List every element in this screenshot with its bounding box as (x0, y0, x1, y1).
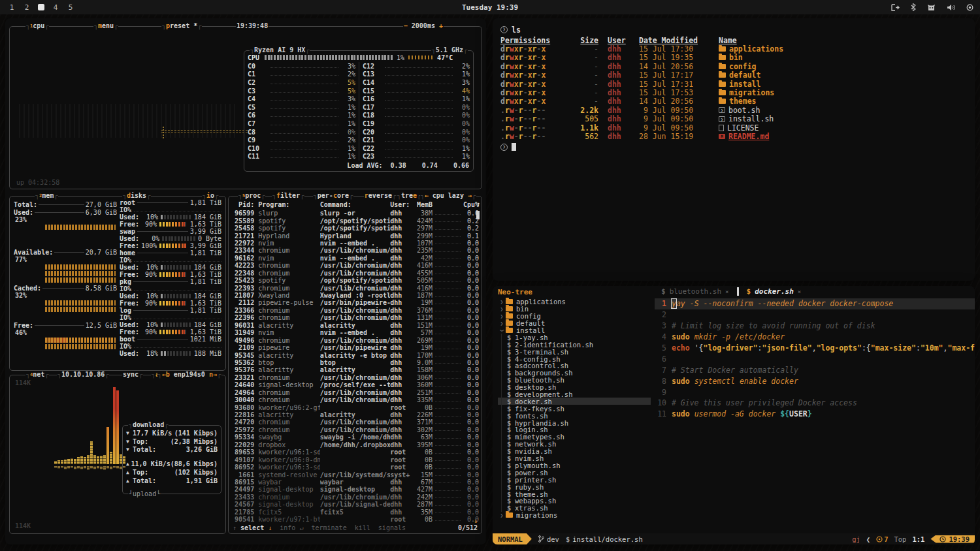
tab-docker[interactable]: $docker.sh× (740, 286, 808, 297)
process-row[interactable]: 96031alacrittyalacrittydhh151M0.0 (231, 322, 479, 329)
process-row[interactable]: 21807XwaylandXwayland :0 -rootldhh187M0.… (231, 292, 479, 299)
close-icon[interactable]: × (798, 289, 801, 295)
process-row[interactable]: 49496chromium/usr/lib/chromium/dhh269M0.… (231, 336, 479, 343)
close-icon[interactable]: × (725, 289, 728, 295)
process-row[interactable]: 25423spotify/opt/spotify/spotidhh505M0.0 (231, 277, 479, 284)
tree-item-power.sh[interactable]: $power.sh (498, 469, 655, 476)
proc-select-control[interactable]: ↑ select ↓ (233, 524, 272, 532)
proc-filter-button[interactable]: ┐filter┌ (272, 192, 304, 200)
process-row[interactable]: 22816alacrittyalacrittydhh226M0.0 (231, 411, 479, 418)
process-row[interactable]: 1661systemd-resolve/usr/lib/systemd/ssys… (231, 471, 479, 478)
tab-bluetooth[interactable]: $bluetooth.sh× (655, 286, 736, 297)
process-row[interactable]: 96599slurpslurp -ordhh38M0.0 (231, 210, 479, 217)
tree-item-1-yay.sh[interactable]: $1-yay.sh (498, 334, 655, 341)
proc-info-control[interactable]: info ↵ (272, 524, 303, 532)
process-row[interactable]: 42223chromium/usr/lib/chromium/dhh416M0.… (231, 262, 479, 269)
process-row[interactable]: 23433chromium/usr/lib/chromium/dhh242M0.… (231, 494, 479, 501)
tree-item-development.sh[interactable]: $development.sh (498, 391, 655, 398)
prompt-line-2[interactable]: ❯ (500, 142, 967, 152)
process-row[interactable]: 25458spotify/opt/spotify/spotidhh297M0.2 (231, 225, 479, 232)
process-row[interactable]: 49107kworker/u96:0-dmroot0B0.0 (231, 456, 479, 463)
tree-item-applications[interactable]: ❯applications (498, 298, 655, 306)
tree-item-xtras.sh[interactable]: $xtras.sh (498, 505, 655, 512)
proc-box-title[interactable]: ┐5proc┌ (238, 192, 265, 200)
process-row[interactable]: 95376alacrittyalacrittydhh158M0.0 (231, 366, 479, 373)
process-row[interactable]: 95362btopbtopdhh9.0M0.0 (231, 359, 479, 366)
code-line-7[interactable]: 7# Start Docker automatically (655, 364, 975, 375)
proc-reverse-toggle[interactable]: reverse┌ (364, 192, 397, 200)
process-row[interactable]: 89653kworker/u96:1-sdroot0B0.0 (231, 449, 479, 456)
process-row[interactable]: 22972nvimnvim --embed .dhh107M0.0 (231, 240, 479, 247)
process-row[interactable]: 2109pipewire/usr/bin/pipewiredhh19M0.0 (231, 344, 479, 351)
process-row[interactable]: 90541kworker/u97:1-btroot0B0.0 (231, 516, 479, 523)
tree-item-config[interactable]: ❯config (498, 313, 655, 320)
code-buffer[interactable]: 1yay -S --noconfirm --needed docker dock… (655, 297, 975, 533)
process-row[interactable]: 23344chromium/usr/lib/chromium/dhh235M0.… (231, 247, 479, 254)
process-row[interactable]: 22393chromium/usr/lib/chromium/dhh416M0.… (231, 284, 479, 291)
process-row[interactable]: 24964chromium/usr/lib/chromium/dhh251M0.… (231, 389, 479, 396)
process-row[interactable]: 30040chromium/usr/lib/chromium/dhh335M0.… (231, 396, 479, 403)
process-row[interactable]: 86915waybarwaybardhh67M0.0 (231, 479, 479, 486)
tree-item-webapps.sh[interactable]: $webapps.sh (498, 497, 655, 505)
update-interval[interactable]: − 2000ms + (403, 22, 444, 30)
process-row[interactable]: 24720chromium/usr/lib/chromium/dhh371M0.… (231, 418, 479, 426)
process-row[interactable]: 25589spotify/opt/spotify/spotidhh424M0.2 (231, 217, 479, 224)
code-line-8[interactable]: 8sudo systemctl enable docker (655, 375, 975, 386)
process-row[interactable]: 95345alacrittyalacritty -e btopdhh170M0.… (231, 351, 479, 358)
code-line-10[interactable]: 10# Give this user privileged Docker acc… (655, 398, 975, 409)
process-row[interactable]: 2112pipewire-pulse/usr/bin/pipewire-dhh1… (231, 299, 479, 306)
code-line-6[interactable]: 6 (655, 353, 975, 364)
tree-item-login.sh[interactable]: $login.sh (498, 426, 655, 433)
process-row[interactable]: 96162nvimnvim --embed .dhh42M0.0 (231, 255, 479, 262)
cpu-box-title[interactable]: ┐1cpu┌ (25, 22, 49, 30)
code-line-4[interactable]: 4sudo mkdir -p /etc/docker (655, 332, 975, 343)
record-icon[interactable] (966, 4, 973, 11)
process-row[interactable]: 86952kworker/u96:3-sdroot0B0.0 (231, 464, 479, 471)
process-row[interactable]: 93680kworker/u96:2-gfroot0B0.0 (231, 403, 479, 411)
tree-item-bin[interactable]: ❯bin (498, 306, 655, 313)
tree-item-3-terminal.sh[interactable]: $3-terminal.sh (498, 348, 655, 355)
tree-item-hyprlandia.sh[interactable]: $hyprlandia.sh (498, 419, 655, 426)
process-row[interactable]: 23366chromium/usr/lib/chromium/dhh376M0.… (231, 307, 479, 314)
tree-item-install[interactable]: ❯install (498, 327, 655, 334)
proc-scroll-down-arrow[interactable]: ↓ (474, 517, 478, 524)
proc-scroll-up-arrow[interactable]: ↑ (476, 200, 480, 208)
process-row[interactable]: 23321chromium/usr/lib/chromium/dhh306M0.… (231, 374, 479, 381)
tree-item-docker.sh[interactable]: $docker.sh (498, 398, 651, 405)
tree-item-desktop.sh[interactable]: $desktop.sh (498, 384, 655, 391)
tree-item-migrations[interactable]: ❯migrations (498, 512, 655, 519)
code-line-1[interactable]: 1yay -S --noconfirm --needed docker dock… (655, 298, 975, 309)
proc-sort-selector[interactable]: ┐← cpu lazy →┌ (420, 192, 476, 200)
code-line-11[interactable]: 11sudo usermod -aG docker ${USER} (655, 409, 975, 420)
tree-item-fix-fkeys.sh[interactable]: $fix-fkeys.sh (498, 405, 655, 412)
code-line-5[interactable]: 5echo '{"log-driver":"json-file","log-op… (655, 343, 975, 354)
process-row[interactable]: 21721HyprlandHyprlanddhh299M0.1 (231, 232, 479, 239)
net-box-title[interactable]: ┐4net┌ (25, 371, 49, 379)
tree-item-nvim.sh[interactable]: $nvim.sh (498, 455, 655, 462)
tree-item-network.sh[interactable]: $network.sh (498, 441, 655, 448)
proc-tree-toggle[interactable]: ┐tree┌ (397, 192, 421, 200)
process-row[interactable]: 24567signal-desktop/usr/lib/signal-dedhh… (231, 501, 479, 508)
process-row[interactable]: 22396chromium/usr/lib/chromium/dhh131M0.… (231, 314, 479, 321)
code-line-3[interactable]: 3# Limit log size to avoid running out o… (655, 321, 975, 332)
tree-item-printer.sh[interactable]: $printer.sh (498, 476, 655, 483)
net-interface[interactable]: ┐←b enp194s0 n→┌ (157, 371, 221, 379)
tree-item-2-identification.sh[interactable]: $2-identification.sh (498, 341, 655, 348)
volume-icon[interactable] (947, 4, 955, 11)
app-cat-icon[interactable] (927, 4, 936, 11)
tree-item-fonts.sh[interactable]: $fonts.sh (498, 412, 655, 419)
proc-terminate-control[interactable]: terminate (303, 524, 346, 532)
tree-item-plymouth.sh[interactable]: $plymouth.sh (498, 462, 655, 469)
code-line-2[interactable]: 2 (655, 309, 975, 321)
bluetooth-icon[interactable] (911, 3, 916, 11)
code-line-9[interactable]: 9 (655, 386, 975, 398)
tree-item-4-config.sh[interactable]: $4-config.sh (498, 355, 655, 362)
tree-item-theme.sh[interactable]: $theme.sh (498, 490, 655, 497)
process-row[interactable]: 22029dropbox/home/dhh/.dropboxdhh395M0.0 (231, 441, 479, 449)
process-row[interactable]: 31949nvimnvim --embed .dhh57M0.0 (231, 329, 479, 336)
process-row[interactable]: 24497signal-desktopsignal-desktopdhh427M… (231, 486, 479, 493)
tree-item-nvidia.sh[interactable]: $nvidia.sh (498, 448, 655, 455)
process-row[interactable]: 21785fcitx5fcitx5dhh35M0.0 (231, 509, 479, 516)
tree-item-bluetooth.sh[interactable]: $bluetooth.sh (498, 377, 655, 384)
process-row[interactable]: 22348chromium/usr/lib/chromium/dhh455M0.… (231, 270, 479, 277)
